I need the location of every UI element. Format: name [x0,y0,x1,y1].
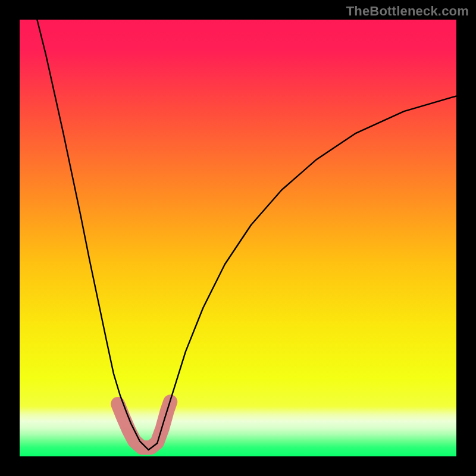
site-watermark: TheBottleneck.com [346,4,469,19]
plot-area [20,20,456,456]
bottleneck-curve [20,20,456,456]
chart-container: TheBottleneck.com [0,0,476,476]
